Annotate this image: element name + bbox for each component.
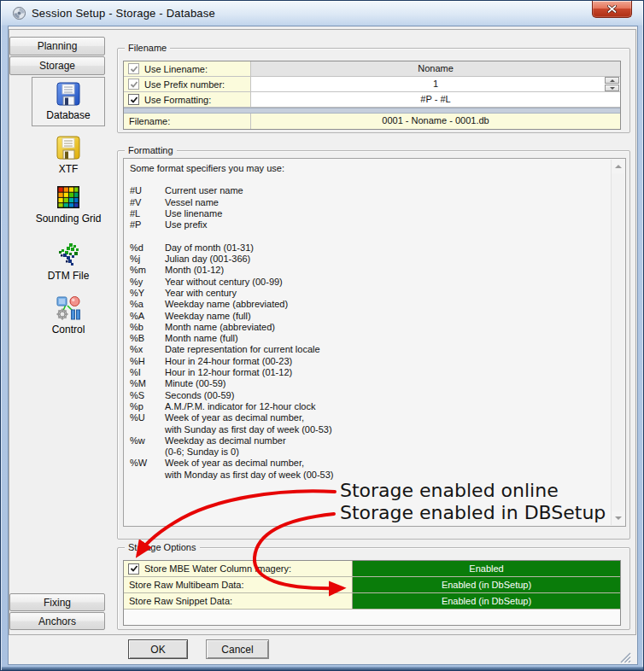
sidebar-item-label: XTF [32,163,105,175]
floppy-yellow-icon [55,134,82,161]
store-water-column-checkbox[interactable] [128,563,139,575]
vertical-scrollbar[interactable] [611,160,624,525]
list-item: %yYear without century (00-99) [124,277,625,288]
format-specifier-list[interactable]: Some format specifiers you may use: #UCu… [123,158,626,527]
filename-label: Filename: [124,114,251,129]
list-item: #UCurrent user name [124,185,625,196]
rainbow-grid-icon [55,184,82,211]
list-item: %AWeekday name (full) [124,311,625,322]
table-row-raw-snippet: Store Raw Snippet Data: Enabled (in DbSe… [124,593,620,610]
table-empty-row [124,610,620,625]
list-item: %MMinute (00-59) [124,378,625,389]
filename-group-title: Filename [125,42,170,54]
use-linename-label: Use Linename: [144,64,208,74]
spin-down-button[interactable] [605,85,619,91]
list-item: %SSeconds (00-59) [124,390,625,401]
table-row-water-column: Store MBE Water Column Imagery: Enabled [124,561,620,577]
check-icon [130,564,138,573]
floppy-blue-icon [55,80,82,108]
storage-options-group-title: Storage Options [125,541,200,553]
list-item: %xDate representation for current locale [124,344,625,355]
prefix-number-field[interactable]: 1 [251,77,620,91]
list-item: #PUse prefix [124,219,625,230]
sidebar-item-xtf[interactable]: XTF [32,134,105,175]
list-item: (0-6; Sunday is 0) [124,446,625,458]
prefix-spinner [605,77,619,91]
session-setup-dialog: Session Setup - Storage - Database Plann… [0,0,644,671]
sidebar-item-label: Sounding Grid [32,213,105,225]
list-item: #VVessel name [124,197,625,208]
list-item: %wWeekday as decimal number [124,435,625,446]
scroll-up-icon [615,165,622,168]
annotation-storage-enabled-dbsetup: Storage enabled in DBSetup [340,502,606,523]
list-item: %BMonth name (full) [124,333,625,344]
list-item: %YYear with century [124,288,625,299]
check-icon [130,96,138,104]
scroll-up-button[interactable] [612,160,624,173]
list-item: %HHour in 24-hour format (00-23) [124,356,625,367]
spin-up-icon [610,79,615,82]
window-title: Session Setup - Storage - Database [32,7,215,20]
table-separator [124,108,620,114]
table-row-use-formatting: Use Formatting: #P - #L [124,92,620,108]
linename-value-field[interactable]: Noname [251,61,620,76]
filename-group: Filename Use Linename: Noname Use Prefix… [117,48,630,133]
sidebar-button-fixing[interactable]: Fixing [9,593,105,611]
list-item: %aWeekday name (abbreviated) [124,299,625,310]
list-item: %WWeek of year as decimal number, [124,458,625,469]
cancel-button[interactable]: Cancel [206,639,269,659]
storage-options-table: Store MBE Water Column Imagery: Enabled … [123,560,621,626]
sidebar-item-label: DTM File [32,270,105,282]
water-column-status-badge: Enabled [353,561,620,576]
list-item: %IHour in 12-hour format (01-12) [124,367,625,378]
list-item-blank [124,230,625,242]
sidebar-item-control[interactable]: Control [32,295,105,336]
check-icon [130,65,138,73]
format-list-header: Some format specifiers you may use: [124,163,625,174]
sidebar-button-planning[interactable]: Planning [9,37,105,55]
resize-grip[interactable] [619,651,632,665]
scroll-down-button[interactable] [612,511,624,525]
list-item: with Sunday as first day of week (00-53) [124,424,625,435]
list-item: %dDay of month (01-31) [124,242,625,254]
sidebar-item-label: Database [32,109,104,121]
check-icon [130,80,138,89]
spin-up-button[interactable] [605,77,619,84]
use-prefix-label: Use Prefix number: [144,79,225,90]
store-raw-snippet-label: Store Raw Snippet Data: [124,593,353,609]
formatting-group-title: Formatting [125,144,177,156]
formatting-pattern-field[interactable]: #P - #L [251,92,620,107]
sidebar-item-dtm-file[interactable]: DTM File [32,241,105,282]
list-item: %UWeek of year as decimal number, [124,412,625,423]
table-row-filename: Filename: 0001 - Noname - 0001.db [124,114,620,129]
raw-snippet-status-badge: Enabled (in DbSetup) [353,593,620,609]
list-item: %pA.M./P.M. indicator for 12-hour clock [124,401,625,412]
annotation-storage-enabled-online: Storage enabled online [340,480,559,501]
close-icon [607,5,617,13]
sidebar-item-label: Control [32,324,105,336]
filename-value: 0001 - Noname - 0001.db [251,114,620,129]
storage-options-group: Storage Options Store MBE Water Column I… [117,547,630,630]
app-icon [12,6,26,20]
store-raw-multibeam-label: Store Raw Multibeam Data: [124,577,353,592]
use-formatting-label: Use Formatting: [144,95,211,105]
list-item: #LUse linename [124,208,625,219]
sidebar-item-database[interactable]: Database [32,77,105,126]
use-linename-checkbox[interactable] [128,63,139,74]
raw-multibeam-status-badge: Enabled (in DbSetup) [353,577,620,592]
sidebar-button-storage[interactable]: Storage [9,56,105,75]
list-item: %jJulian day (001-366) [124,254,625,265]
control-devices-icon [55,295,82,322]
use-formatting-checkbox[interactable] [128,94,139,105]
close-button[interactable] [592,1,632,18]
ok-button[interactable]: OK [128,639,188,659]
table-row-use-linename: Use Linename: Noname [124,61,620,77]
sidebar-button-anchors[interactable]: Anchors [9,612,105,630]
sidebar-item-sounding-grid[interactable]: Sounding Grid [32,184,105,225]
use-prefix-checkbox[interactable] [128,79,139,90]
spin-down-icon [610,87,615,90]
window-bottom-edge [2,667,644,671]
filename-table: Use Linename: Noname Use Prefix number: … [123,61,621,130]
scroll-down-icon [615,516,622,520]
dtm-scatter-icon [55,241,82,268]
